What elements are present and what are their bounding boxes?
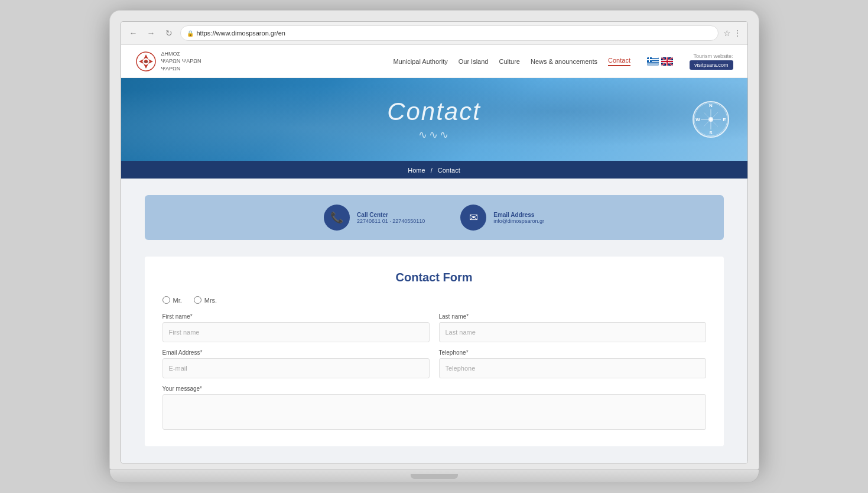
email-input[interactable]	[162, 358, 430, 378]
forward-button[interactable]: →	[145, 27, 158, 40]
breadcrumb: Home / Contact	[408, 167, 460, 174]
mr-label[interactable]: Mr.	[162, 296, 182, 304]
mrs-text: Mrs.	[204, 297, 217, 304]
phone-icon-circle: 📞	[324, 205, 350, 231]
mrs-label[interactable]: Mrs.	[194, 296, 217, 304]
screen-bezel: ← → ↻ 🔒 https://www.dimospsaron.gr/en ☆ …	[109, 10, 759, 470]
hero-title: Contact	[387, 98, 481, 126]
greek-flag-icon[interactable]	[647, 57, 659, 66]
compass-icon: N S W E	[692, 100, 730, 138]
telephone-input[interactable]	[439, 358, 706, 378]
first-name-label: First name*	[162, 313, 430, 320]
uk-flag-icon[interactable]	[661, 57, 673, 66]
laptop-shell: ← → ↻ 🔒 https://www.dimospsaron.gr/en ☆ …	[109, 10, 759, 483]
call-center-label: Call Center	[357, 212, 425, 218]
nav-contact[interactable]: Contact	[608, 57, 630, 66]
svg-text:S: S	[709, 130, 713, 135]
svg-point-36	[710, 118, 712, 121]
browser-chrome: ← → ↻ 🔒 https://www.dimospsaron.gr/en ☆ …	[121, 22, 747, 45]
email-icon: ✉	[469, 211, 478, 224]
menu-icon[interactable]: ⋮	[733, 28, 742, 38]
salutation-group: Mr. Mrs.	[162, 296, 706, 304]
nav-flags	[647, 57, 673, 66]
svg-text:N: N	[709, 103, 713, 108]
breadcrumb-bar: Home / Contact	[121, 161, 747, 179]
form-title: Contact Form	[162, 271, 706, 284]
telephone-label: Telephone*	[439, 349, 706, 356]
email-field-label: Email Address*	[162, 349, 430, 356]
logo-text: ΔΗΜΟΣ ΨΑΡΩΝ ΨΑΡΩΝ ΨΑΡΩΝ	[161, 50, 201, 73]
contact-row: Email Address* Telephone*	[162, 349, 706, 378]
message-group: Your message*	[162, 385, 706, 430]
website: ΨΑΡΑ ΔΗΜΟΣ ΨΑΡΩΝ ΨΑΡΩΝ ΨΑΡΩΝ Municipal A…	[121, 45, 747, 463]
info-cards: 📞 Call Center 22740611 01 · 22740550110 …	[145, 195, 724, 240]
phone-icon: 📞	[330, 211, 343, 224]
name-row: First name* Last name*	[162, 313, 706, 342]
svg-marker-4	[148, 59, 153, 64]
site-nav: ΨΑΡΑ ΔΗΜΟΣ ΨΑΡΩΝ ΨΑΡΩΝ ΨΑΡΩΝ Municipal A…	[121, 45, 747, 78]
content-area: 📞 Call Center 22740611 01 · 22740550110 …	[121, 179, 747, 463]
bookmark-icon[interactable]: ☆	[723, 28, 731, 38]
breadcrumb-current: Contact	[438, 167, 460, 174]
svg-marker-3	[139, 59, 144, 64]
email-card: ✉ Email Address info@dimospsaron.gr	[460, 205, 544, 231]
laptop-base	[109, 470, 759, 483]
mr-radio[interactable]	[162, 296, 170, 304]
svg-rect-11	[647, 63, 659, 64]
first-name-input[interactable]	[162, 322, 430, 342]
tourism-label: Tourism website:	[693, 53, 733, 59]
email-details: Email Address info@dimospsaron.gr	[493, 212, 544, 224]
email-group: Email Address*	[162, 349, 430, 378]
message-label: Your message*	[162, 385, 706, 392]
tourism-section: Tourism website: visitpsara.com	[690, 53, 733, 70]
last-name-input[interactable]	[439, 322, 706, 342]
svg-rect-15	[647, 59, 652, 60]
svg-text:E: E	[723, 117, 726, 122]
breadcrumb-home[interactable]: Home	[408, 167, 425, 174]
hero-section: Contact ∿∿∿ N S W E	[121, 78, 747, 161]
browser-actions: ☆ ⋮	[723, 28, 742, 38]
tourism-button[interactable]: visitpsara.com	[690, 60, 733, 70]
message-textarea[interactable]	[162, 394, 706, 430]
svg-marker-1	[144, 54, 148, 59]
svg-rect-12	[647, 64, 659, 66]
url-text: https://www.dimospsaron.gr/en	[197, 30, 285, 37]
email-icon-circle: ✉	[460, 205, 486, 231]
email-value: info@dimospsaron.gr	[493, 218, 544, 224]
browser-toolbar: ← → ↻ 🔒 https://www.dimospsaron.gr/en ☆ …	[121, 22, 747, 44]
form-section: Contact Form Mr. Mrs.	[145, 257, 724, 446]
svg-text:W: W	[695, 117, 700, 122]
lock-icon: 🔒	[187, 30, 194, 37]
call-center-details: Call Center 22740611 01 · 22740550110	[357, 212, 425, 224]
laptop-notch	[411, 474, 458, 479]
nav-municipal-authority[interactable]: Municipal Authority	[393, 58, 447, 65]
svg-text:ΨΑΡΑ: ΨΑΡΑ	[143, 61, 148, 63]
back-button[interactable]: ←	[127, 27, 140, 40]
nav-news[interactable]: News & anouncements	[531, 58, 597, 65]
call-center-value: 22740611 01 · 22740550110	[357, 218, 425, 224]
last-name-group: Last name*	[439, 313, 706, 342]
telephone-group: Telephone*	[439, 349, 706, 378]
call-center-card: 📞 Call Center 22740611 01 · 22740550110	[324, 205, 425, 231]
first-name-group: First name*	[162, 313, 430, 342]
svg-rect-24	[661, 61, 673, 62]
nav-links: Municipal Authority Our Island Culture N…	[393, 53, 733, 70]
last-name-label: Last name*	[439, 313, 706, 320]
refresh-button[interactable]: ↻	[162, 27, 175, 40]
nav-our-island[interactable]: Our Island	[459, 58, 489, 65]
email-label: Email Address	[493, 212, 544, 218]
nav-culture[interactable]: Culture	[499, 58, 519, 65]
logo-emblem-icon: ΨΑΡΑ	[135, 51, 157, 72]
hero-divider: ∿∿∿	[418, 128, 450, 141]
breadcrumb-separator: /	[431, 167, 433, 174]
screen: ← → ↻ 🔒 https://www.dimospsaron.gr/en ☆ …	[121, 21, 748, 463]
svg-marker-2	[144, 64, 148, 69]
address-bar[interactable]: 🔒 https://www.dimospsaron.gr/en	[180, 25, 719, 41]
mr-text: Mr.	[173, 297, 182, 304]
mrs-radio[interactable]	[194, 296, 201, 304]
site-logo: ΨΑΡΑ ΔΗΜΟΣ ΨΑΡΩΝ ΨΑΡΩΝ ΨΑΡΩΝ	[135, 50, 201, 73]
